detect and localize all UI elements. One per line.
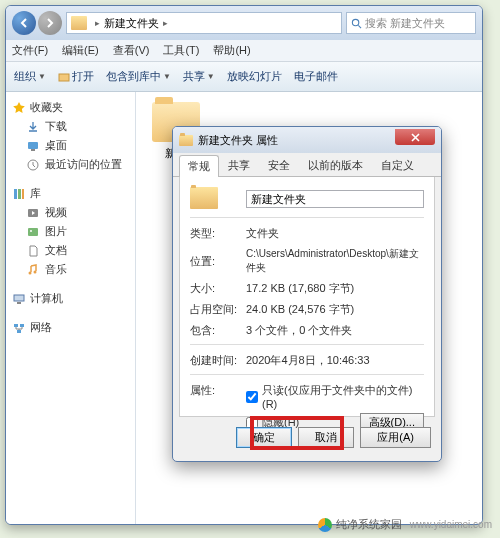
music-icon xyxy=(26,263,40,277)
close-icon xyxy=(411,133,420,142)
breadcrumb-item: 新建文件夹 xyxy=(104,16,159,31)
breadcrumb[interactable]: ▸ 新建文件夹 ▸ xyxy=(66,12,342,34)
svg-rect-7 xyxy=(18,189,21,199)
sidebar-item-music[interactable]: 音乐 xyxy=(10,260,131,279)
sidebar-item-documents[interactable]: 文档 xyxy=(10,241,131,260)
sidebar-item-desktop[interactable]: 桌面 xyxy=(10,136,131,155)
tb-share[interactable]: 共享▼ xyxy=(183,69,215,84)
created-label: 创建时间: xyxy=(190,353,246,368)
contains-label: 包含: xyxy=(190,323,246,338)
svg-rect-15 xyxy=(17,302,21,304)
open-icon xyxy=(58,71,70,83)
menu-help[interactable]: 帮助(H) xyxy=(213,43,250,58)
video-icon xyxy=(26,206,40,220)
contains-value: 3 个文件，0 个文件夹 xyxy=(246,323,424,338)
back-button[interactable] xyxy=(12,11,36,35)
tab-previous[interactable]: 以前的版本 xyxy=(299,154,372,176)
svg-point-0 xyxy=(352,19,358,25)
tb-open[interactable]: 打开 xyxy=(58,69,94,84)
toolbar: 组织▼ 打开 包含到库中▼ 共享▼ 放映幻灯片 电子邮件 xyxy=(6,62,482,92)
svg-rect-17 xyxy=(20,324,24,327)
dialog-body: 类型:文件夹 位置:C:\Users\Administrator\Desktop… xyxy=(179,177,435,417)
apply-button[interactable]: 应用(A) xyxy=(360,427,431,448)
location-label: 位置: xyxy=(190,254,246,269)
disk-label: 占用空间: xyxy=(190,302,246,317)
computer-icon xyxy=(12,292,26,306)
sidebar-libraries[interactable]: 库 xyxy=(10,184,131,203)
dialog-tabs: 常规 共享 安全 以前的版本 自定义 xyxy=(173,153,441,177)
folder-icon xyxy=(71,16,87,30)
type-label: 类型: xyxy=(190,226,246,241)
tb-include[interactable]: 包含到库中▼ xyxy=(106,69,171,84)
close-button[interactable] xyxy=(395,129,435,145)
sidebar-item-downloads[interactable]: 下载 xyxy=(10,117,131,136)
size-label: 大小: xyxy=(190,281,246,296)
name-input[interactable] xyxy=(246,190,424,208)
watermark: 纯净系统家园 www.yidaimei.com xyxy=(318,517,492,532)
sidebar-favorites[interactable]: 收藏夹 xyxy=(10,98,131,117)
search-input[interactable]: 搜索 新建文件夹 xyxy=(346,12,476,34)
menu-tools[interactable]: 工具(T) xyxy=(163,43,199,58)
tab-sharing[interactable]: 共享 xyxy=(219,154,259,176)
recent-icon xyxy=(26,158,40,172)
size-value: 17.2 KB (17,680 字节) xyxy=(246,281,424,296)
svg-point-12 xyxy=(29,271,32,274)
svg-rect-18 xyxy=(17,330,21,333)
sidebar-item-pictures[interactable]: 图片 xyxy=(10,222,131,241)
dialog-buttons: 确定 取消 应用(A) xyxy=(173,423,441,456)
ok-button[interactable]: 确定 xyxy=(236,427,292,448)
svg-rect-8 xyxy=(22,189,24,199)
search-icon xyxy=(351,18,362,29)
menu-edit[interactable]: 编辑(E) xyxy=(62,43,99,58)
svg-rect-6 xyxy=(14,189,17,199)
svg-point-13 xyxy=(34,270,37,273)
folder-icon xyxy=(179,135,193,146)
menubar: 文件(F) 编辑(E) 查看(V) 工具(T) 帮助(H) xyxy=(6,40,482,62)
svg-rect-16 xyxy=(14,324,18,327)
dialog-title: 新建文件夹 属性 xyxy=(198,133,278,148)
readonly-label: 只读(仅应用于文件夹中的文件)(R) xyxy=(262,383,424,410)
svg-rect-3 xyxy=(28,142,38,149)
dialog-titlebar[interactable]: 新建文件夹 属性 xyxy=(173,127,441,153)
star-icon xyxy=(12,101,26,115)
svg-rect-10 xyxy=(28,228,38,236)
logo-icon xyxy=(318,518,332,532)
watermark-url: www.yidaimei.com xyxy=(410,519,492,530)
tab-customize[interactable]: 自定义 xyxy=(372,154,423,176)
readonly-checkbox[interactable] xyxy=(246,391,258,403)
tab-general[interactable]: 常规 xyxy=(179,155,219,177)
svg-rect-4 xyxy=(31,149,35,151)
cancel-button[interactable]: 取消 xyxy=(298,427,354,448)
sidebar-item-recent[interactable]: 最近访问的位置 xyxy=(10,155,131,174)
tb-slideshow[interactable]: 放映幻灯片 xyxy=(227,69,282,84)
sidebar: 收藏夹 下载 桌面 最近访问的位置 库 视频 图片 文档 音乐 计算机 xyxy=(6,92,136,524)
attrs-label: 属性: xyxy=(190,383,246,398)
svg-rect-2 xyxy=(59,74,69,81)
menu-view[interactable]: 查看(V) xyxy=(113,43,150,58)
folder-icon xyxy=(190,187,218,209)
tb-organize[interactable]: 组织▼ xyxy=(14,69,46,84)
watermark-text: 纯净系统家园 xyxy=(336,517,402,532)
type-value: 文件夹 xyxy=(246,226,424,241)
sidebar-computer[interactable]: 计算机 xyxy=(10,289,131,308)
library-icon xyxy=(12,187,26,201)
nav-bar: ▸ 新建文件夹 ▸ 搜索 新建文件夹 xyxy=(6,6,482,40)
svg-point-11 xyxy=(30,230,32,232)
desktop-icon xyxy=(26,139,40,153)
menu-file[interactable]: 文件(F) xyxy=(12,43,48,58)
download-icon xyxy=(26,120,40,134)
location-value: C:\Users\Administrator\Desktop\新建文件夹 xyxy=(246,247,424,275)
tab-security[interactable]: 安全 xyxy=(259,154,299,176)
picture-icon xyxy=(26,225,40,239)
properties-dialog: 新建文件夹 属性 常规 共享 安全 以前的版本 自定义 类型:文件夹 位置:C:… xyxy=(172,126,442,462)
disk-value: 24.0 KB (24,576 字节) xyxy=(246,302,424,317)
document-icon xyxy=(26,244,40,258)
tb-email[interactable]: 电子邮件 xyxy=(294,69,338,84)
svg-line-1 xyxy=(358,25,361,28)
sidebar-network[interactable]: 网络 xyxy=(10,318,131,337)
forward-button[interactable] xyxy=(38,11,62,35)
sidebar-item-videos[interactable]: 视频 xyxy=(10,203,131,222)
svg-rect-14 xyxy=(14,295,24,301)
created-value: 2020年4月8日，10:46:33 xyxy=(246,353,424,368)
network-icon xyxy=(12,321,26,335)
